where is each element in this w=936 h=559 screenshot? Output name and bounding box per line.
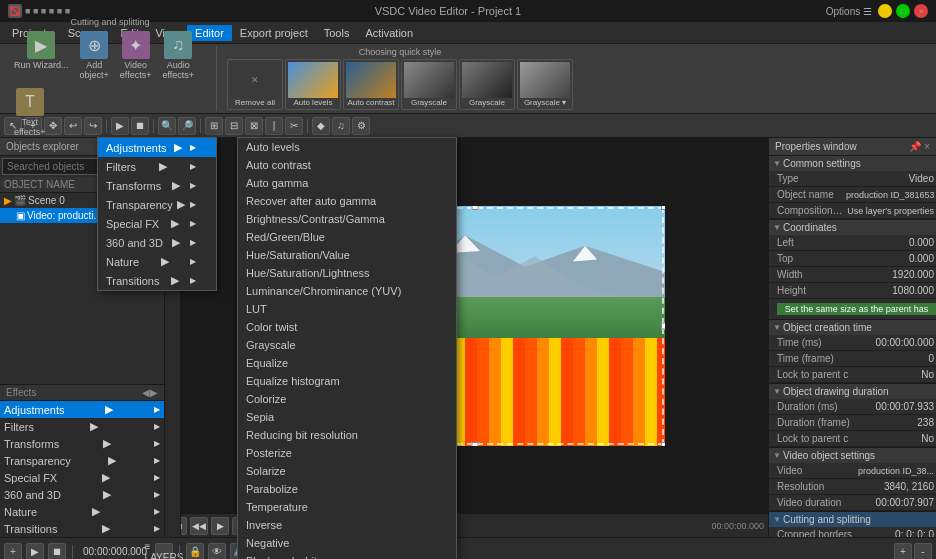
video-effects-btn[interactable]: ✦ Videoeffects+ (116, 29, 156, 83)
same-size-btn-container: Set the same size as the parent has (769, 299, 936, 319)
grayscale-btn-1[interactable]: Grayscale (401, 59, 457, 110)
filters-menu-item[interactable]: Filters▶ (98, 157, 216, 176)
transport-play[interactable]: ▶ (211, 517, 229, 535)
transforms-menu-item[interactable]: Transforms▶ (98, 176, 216, 195)
tb2-marker-btn[interactable]: ◆ (312, 117, 330, 135)
tl-timecode: 00:00:000.000 (79, 546, 151, 557)
tb2-audio-btn[interactable]: ♫ (332, 117, 350, 135)
transforms-item[interactable]: Transforms▶ (0, 435, 164, 452)
run-wizard-btn[interactable]: ▶ Run Wizard... (10, 29, 73, 83)
adj-negative[interactable]: Negative (238, 534, 456, 552)
adj-parabolize[interactable]: Parabolize (238, 480, 456, 498)
transitions-item[interactable]: Transitions▶ (0, 520, 164, 537)
prop-time-frame: Time (frame) 0 (769, 351, 936, 367)
360-3d-item[interactable]: 360 and 3D▶ (0, 486, 164, 503)
tl-add-scene-btn[interactable]: + (4, 543, 22, 560)
common-settings-header[interactable]: Common settings (769, 156, 936, 171)
tl-zoom-out-btn[interactable]: - (914, 543, 932, 560)
adj-bw[interactable]: Black and white (238, 552, 456, 559)
minimize-btn[interactable]: – (878, 4, 892, 18)
menu-activation[interactable]: Activation (357, 25, 421, 41)
adjustments-item[interactable]: Adjustments▶ (0, 401, 164, 418)
auto-levels-btn[interactable]: Auto levels (285, 59, 341, 110)
arrow-icon: ▶ (174, 141, 182, 154)
tl-stop-btn[interactable]: ⏹ (48, 543, 66, 560)
remove-all-btn[interactable]: ✕ Remove all (227, 59, 283, 110)
transport-prev-frame[interactable]: ◀◀ (190, 517, 208, 535)
transparency-menu-item[interactable]: Transparency▶ (98, 195, 216, 214)
grayscale-btn-3[interactable]: Grayscale ▾ (517, 59, 573, 110)
360-menu-item[interactable]: 360 and 3D▶ (98, 233, 216, 252)
adj-yuv[interactable]: Luminance/Chrominance (YUV) (238, 282, 456, 300)
transitions-menu-item[interactable]: Transitions▶ (98, 271, 216, 290)
creation-time-header[interactable]: Object creation time (769, 320, 936, 335)
properties-pin-btn[interactable]: 📌 × (909, 141, 930, 152)
tb2-settings-btn[interactable]: ⚙ (352, 117, 370, 135)
adj-auto-contrast[interactable]: Auto contrast (238, 156, 456, 174)
handle-tr[interactable] (661, 206, 665, 210)
adj-lut[interactable]: LUT (238, 300, 456, 318)
drawing-duration-header[interactable]: Object drawing duration (769, 384, 936, 399)
audio-effects-btn[interactable]: ♫ Audioeffects+ (158, 29, 198, 83)
tl-lock-btn[interactable]: 🔒 (186, 543, 204, 560)
menu-export[interactable]: Export project (232, 25, 316, 41)
arrow-icon: ▶ (171, 274, 179, 287)
tb2-split-btn[interactable]: | (265, 117, 283, 135)
tl-zoom-in-btn[interactable]: + (894, 543, 912, 560)
adj-sepia[interactable]: Sepia (238, 408, 456, 426)
nature-item[interactable]: Nature▶ (0, 503, 164, 520)
tl-play-btn[interactable]: ▶ (26, 543, 44, 560)
adj-posterize[interactable]: Posterize (238, 444, 456, 462)
handle-bm[interactable] (471, 442, 478, 446)
tb2-cut-btn[interactable]: ✂ (285, 117, 303, 135)
menu-tools[interactable]: Tools (316, 25, 358, 41)
coordinates-header[interactable]: Coordinates (769, 220, 936, 235)
tl-eye-btn[interactable]: 👁 (208, 543, 226, 560)
adj-bit-resolution[interactable]: Reducing bit resolution (238, 426, 456, 444)
tb2-snap-btn[interactable]: ⊟ (225, 117, 243, 135)
handle-mr[interactable] (661, 322, 665, 329)
adj-auto-levels[interactable]: Auto levels (238, 138, 456, 156)
maximize-btn[interactable]: □ (896, 4, 910, 18)
auto-contrast-btn[interactable]: Auto contrast (343, 59, 399, 110)
adj-solarize[interactable]: Solarize (238, 462, 456, 480)
arrow-icon: ▶ (172, 179, 180, 192)
same-size-btn[interactable]: Set the same size as the parent has (777, 303, 936, 315)
options-btn[interactable]: Options ☰ (826, 6, 872, 17)
text-effects-btn[interactable]: T Texteffects+ (10, 86, 50, 140)
special-fx-menu-item[interactable]: Special FX▶ (98, 214, 216, 233)
add-object-btn[interactable]: ⊕ Addobject+ (76, 29, 113, 83)
adj-auto-gamma[interactable]: Auto gamma (238, 174, 456, 192)
tl-layers-btn[interactable]: ≡ LAYERS (155, 543, 173, 560)
adj-recover[interactable]: Recover after auto gamma (238, 192, 456, 210)
adj-item-main[interactable]: Adjustments▶ (98, 138, 216, 157)
video-settings-header[interactable]: Video object settings (769, 448, 936, 463)
prop-resolution: Resolution 3840, 2160 (769, 479, 936, 495)
handle-br[interactable] (661, 442, 665, 446)
adj-equalize[interactable]: Equalize (238, 354, 456, 372)
close-btn[interactable]: × (914, 4, 928, 18)
adj-grayscale[interactable]: Grayscale (238, 336, 456, 354)
special-fx-item[interactable]: Special FX▶ (0, 469, 164, 486)
tb2-align-btn[interactable]: ⊠ (245, 117, 263, 135)
grayscale-btn-2[interactable]: Grayscale (459, 59, 515, 110)
handle-tm[interactable] (471, 206, 478, 210)
cutting-section-header[interactable]: Cutting and splitting (769, 512, 936, 527)
properties-scroll[interactable]: Common settings Type Video Object name p… (769, 156, 936, 537)
right-panel: Properties window 📌 × Common settings Ty… (768, 138, 936, 537)
adj-rgb[interactable]: Red/Green/Blue (238, 228, 456, 246)
nature-menu-item[interactable]: Nature▶ (98, 252, 216, 271)
adj-colorize[interactable]: Colorize (238, 390, 456, 408)
effects-expand-btn[interactable]: ◀▶ (142, 387, 158, 398)
filters-item[interactable]: Filters▶ (0, 418, 164, 435)
drawing-duration-section: Object drawing duration Duration (ms) 00… (769, 384, 936, 448)
adj-color-twist[interactable]: Color twist (238, 318, 456, 336)
adj-hsv[interactable]: Hue/Saturation/Value (238, 246, 456, 264)
adj-temperature[interactable]: Temperature (238, 498, 456, 516)
adj-inverse[interactable]: Inverse (238, 516, 456, 534)
video-settings-section: Video object settings Video production I… (769, 448, 936, 512)
adj-hsl[interactable]: Hue/Saturation/Lightness (238, 264, 456, 282)
transparency-item[interactable]: Transparency▶ (0, 452, 164, 469)
adj-brightness[interactable]: Brightness/Contrast/Gamma (238, 210, 456, 228)
adj-equalize-hist[interactable]: Equalize histogram (238, 372, 456, 390)
